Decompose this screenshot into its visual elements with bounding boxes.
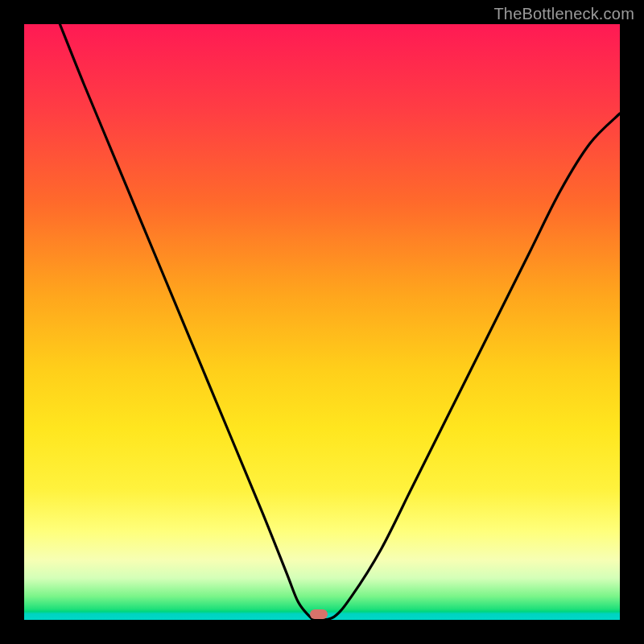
plot-area — [24, 24, 620, 620]
curve-path — [60, 24, 620, 620]
optimum-marker — [310, 609, 328, 619]
chart-frame: TheBottleneck.com — [0, 0, 644, 644]
bottleneck-curve — [24, 24, 620, 620]
watermark-text: TheBottleneck.com — [493, 5, 634, 23]
